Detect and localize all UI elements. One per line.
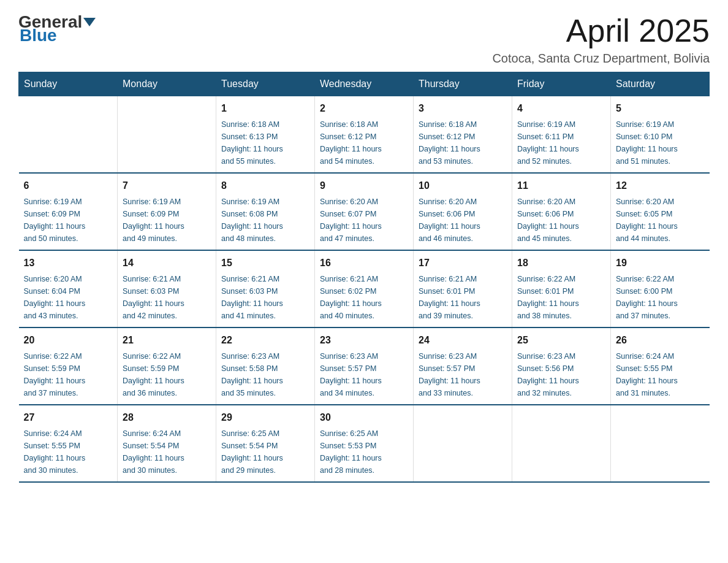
day-info: Sunrise: 6:21 AM Sunset: 6:03 PM Dayligh…	[123, 273, 211, 322]
day-number: 16	[320, 256, 408, 270]
calendar-cell: 1Sunrise: 6:18 AM Sunset: 6:13 PM Daylig…	[216, 96, 315, 174]
day-number: 29	[221, 410, 309, 425]
day-info: Sunrise: 6:20 AM Sunset: 6:06 PM Dayligh…	[419, 196, 507, 245]
calendar: SundayMondayTuesdayWednesdayThursdayFrid…	[18, 72, 710, 483]
day-number: 25	[517, 333, 605, 348]
day-info: Sunrise: 6:21 AM Sunset: 6:01 PM Dayligh…	[419, 273, 507, 322]
day-info: Sunrise: 6:23 AM Sunset: 5:56 PM Dayligh…	[517, 350, 605, 399]
calendar-week-2: 6Sunrise: 6:19 AM Sunset: 6:09 PM Daylig…	[19, 173, 710, 250]
day-info: Sunrise: 6:19 AM Sunset: 6:08 PM Dayligh…	[221, 196, 309, 245]
calendar-cell: 5Sunrise: 6:19 AM Sunset: 6:10 PM Daylig…	[611, 96, 710, 174]
day-info: Sunrise: 6:25 AM Sunset: 5:53 PM Dayligh…	[320, 427, 408, 477]
day-number: 9	[320, 178, 408, 193]
day-info: Sunrise: 6:24 AM Sunset: 5:55 PM Dayligh…	[616, 350, 705, 399]
day-info: Sunrise: 6:20 AM Sunset: 6:07 PM Dayligh…	[320, 196, 408, 245]
day-number: 1	[221, 101, 309, 116]
logo: General Blue	[18, 12, 97, 45]
calendar-cell: 13Sunrise: 6:20 AM Sunset: 6:04 PM Dayli…	[19, 250, 118, 327]
weekday-header-tuesday: Tuesday	[216, 72, 315, 96]
day-info: Sunrise: 6:19 AM Sunset: 6:11 PM Dayligh…	[517, 118, 605, 167]
day-number: 18	[517, 256, 605, 270]
day-info: Sunrise: 6:24 AM Sunset: 5:55 PM Dayligh…	[24, 427, 113, 477]
title-block: April 2025 Cotoca, Santa Cruz Department…	[492, 12, 710, 66]
calendar-cell: 26Sunrise: 6:24 AM Sunset: 5:55 PM Dayli…	[611, 327, 710, 405]
day-info: Sunrise: 6:19 AM Sunset: 6:09 PM Dayligh…	[123, 196, 211, 245]
day-number: 23	[320, 333, 408, 348]
weekday-header-thursday: Thursday	[414, 72, 512, 96]
calendar-cell: 11Sunrise: 6:20 AM Sunset: 6:06 PM Dayli…	[512, 173, 611, 250]
day-number: 8	[221, 178, 309, 193]
day-info: Sunrise: 6:23 AM Sunset: 5:58 PM Dayligh…	[221, 350, 309, 399]
day-info: Sunrise: 6:21 AM Sunset: 6:02 PM Dayligh…	[320, 273, 408, 322]
day-info: Sunrise: 6:18 AM Sunset: 6:12 PM Dayligh…	[320, 118, 408, 167]
location-title: Cotoca, Santa Cruz Department, Bolivia	[492, 52, 710, 66]
day-number: 7	[123, 178, 211, 193]
calendar-cell: 18Sunrise: 6:22 AM Sunset: 6:01 PM Dayli…	[512, 250, 611, 327]
day-info: Sunrise: 6:20 AM Sunset: 6:06 PM Dayligh…	[517, 196, 605, 245]
day-number: 27	[24, 410, 113, 425]
day-info: Sunrise: 6:25 AM Sunset: 5:54 PM Dayligh…	[221, 427, 309, 477]
logo-blue-text: Blue	[20, 26, 57, 45]
calendar-cell: 24Sunrise: 6:23 AM Sunset: 5:57 PM Dayli…	[414, 327, 512, 405]
day-info: Sunrise: 6:24 AM Sunset: 5:54 PM Dayligh…	[123, 427, 211, 477]
day-info: Sunrise: 6:20 AM Sunset: 6:05 PM Dayligh…	[616, 196, 705, 245]
calendar-week-3: 13Sunrise: 6:20 AM Sunset: 6:04 PM Dayli…	[19, 250, 710, 327]
calendar-cell: 2Sunrise: 6:18 AM Sunset: 6:12 PM Daylig…	[315, 96, 414, 174]
calendar-cell: 7Sunrise: 6:19 AM Sunset: 6:09 PM Daylig…	[118, 173, 216, 250]
day-number: 30	[320, 410, 408, 425]
calendar-cell	[19, 96, 118, 174]
day-number: 12	[616, 178, 705, 193]
calendar-cell: 27Sunrise: 6:24 AM Sunset: 5:55 PM Dayli…	[19, 405, 118, 482]
day-number: 6	[24, 178, 113, 193]
weekday-header-sunday: Sunday	[19, 72, 118, 96]
day-number: 20	[24, 333, 113, 348]
month-title: April 2025	[492, 12, 710, 49]
day-number: 5	[616, 101, 705, 116]
calendar-cell: 20Sunrise: 6:22 AM Sunset: 5:59 PM Dayli…	[19, 327, 118, 405]
calendar-cell: 29Sunrise: 6:25 AM Sunset: 5:54 PM Dayli…	[216, 405, 315, 482]
day-info: Sunrise: 6:19 AM Sunset: 6:09 PM Dayligh…	[24, 196, 113, 245]
calendar-cell: 30Sunrise: 6:25 AM Sunset: 5:53 PM Dayli…	[315, 405, 414, 482]
day-info: Sunrise: 6:22 AM Sunset: 6:00 PM Dayligh…	[616, 273, 705, 322]
calendar-cell: 15Sunrise: 6:21 AM Sunset: 6:03 PM Dayli…	[216, 250, 315, 327]
calendar-cell: 16Sunrise: 6:21 AM Sunset: 6:02 PM Dayli…	[315, 250, 414, 327]
weekday-header-friday: Friday	[512, 72, 611, 96]
day-number: 21	[123, 333, 211, 348]
day-info: Sunrise: 6:21 AM Sunset: 6:03 PM Dayligh…	[221, 273, 309, 322]
calendar-cell: 19Sunrise: 6:22 AM Sunset: 6:00 PM Dayli…	[611, 250, 710, 327]
day-info: Sunrise: 6:19 AM Sunset: 6:10 PM Dayligh…	[616, 118, 705, 167]
day-number: 28	[123, 410, 211, 425]
calendar-cell	[512, 405, 611, 482]
calendar-week-4: 20Sunrise: 6:22 AM Sunset: 5:59 PM Dayli…	[19, 327, 710, 405]
day-number: 4	[517, 101, 605, 116]
calendar-cell: 14Sunrise: 6:21 AM Sunset: 6:03 PM Dayli…	[118, 250, 216, 327]
day-number: 3	[419, 101, 507, 116]
calendar-cell: 23Sunrise: 6:23 AM Sunset: 5:57 PM Dayli…	[315, 327, 414, 405]
calendar-cell: 25Sunrise: 6:23 AM Sunset: 5:56 PM Dayli…	[512, 327, 611, 405]
calendar-cell: 4Sunrise: 6:19 AM Sunset: 6:11 PM Daylig…	[512, 96, 611, 174]
day-number: 24	[419, 333, 507, 348]
calendar-cell: 22Sunrise: 6:23 AM Sunset: 5:58 PM Dayli…	[216, 327, 315, 405]
calendar-cell	[118, 96, 216, 174]
calendar-cell: 8Sunrise: 6:19 AM Sunset: 6:08 PM Daylig…	[216, 173, 315, 250]
calendar-cell: 6Sunrise: 6:19 AM Sunset: 6:09 PM Daylig…	[19, 173, 118, 250]
weekday-header-row: SundayMondayTuesdayWednesdayThursdayFrid…	[19, 72, 710, 96]
day-number: 10	[419, 178, 507, 193]
calendar-cell	[414, 405, 512, 482]
calendar-cell: 17Sunrise: 6:21 AM Sunset: 6:01 PM Dayli…	[414, 250, 512, 327]
day-info: Sunrise: 6:20 AM Sunset: 6:04 PM Dayligh…	[24, 273, 113, 322]
calendar-cell: 21Sunrise: 6:22 AM Sunset: 5:59 PM Dayli…	[118, 327, 216, 405]
logo-arrow-icon	[83, 18, 96, 26]
weekday-header-saturday: Saturday	[611, 72, 710, 96]
calendar-week-5: 27Sunrise: 6:24 AM Sunset: 5:55 PM Dayli…	[19, 405, 710, 482]
calendar-week-1: 1Sunrise: 6:18 AM Sunset: 6:13 PM Daylig…	[19, 96, 710, 174]
day-number: 17	[419, 256, 507, 270]
day-number: 13	[24, 256, 113, 270]
day-number: 2	[320, 101, 408, 116]
calendar-cell: 9Sunrise: 6:20 AM Sunset: 6:07 PM Daylig…	[315, 173, 414, 250]
calendar-cell	[611, 405, 710, 482]
day-info: Sunrise: 6:22 AM Sunset: 5:59 PM Dayligh…	[24, 350, 113, 399]
day-info: Sunrise: 6:23 AM Sunset: 5:57 PM Dayligh…	[419, 350, 507, 399]
day-info: Sunrise: 6:22 AM Sunset: 5:59 PM Dayligh…	[123, 350, 211, 399]
day-info: Sunrise: 6:18 AM Sunset: 6:13 PM Dayligh…	[221, 118, 309, 167]
